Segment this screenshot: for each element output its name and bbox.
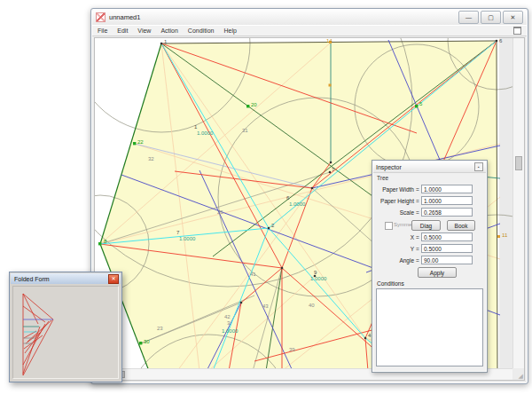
folded-form-window: Folded Form ✕ — [9, 272, 122, 382]
symmetry-row: Symmetry Diag Book — [372, 219, 487, 231]
canvas-label: 6 — [286, 195, 289, 201]
app-icon — [96, 12, 106, 22]
paper-width-label: Paper Width — [372, 186, 414, 193]
canvas-label: 8 — [104, 239, 106, 244]
paper-width-field[interactable]: 1.0000 — [421, 185, 473, 193]
menu-edit[interactable]: Edit — [117, 28, 128, 34]
angle-row: Angle = 90.00 — [372, 255, 487, 265]
canvas-label: 7 — [332, 167, 334, 172]
inspector-window: Inspector ▪ Tree Paper Width = 1.0000 Pa… — [372, 160, 488, 373]
book-button[interactable]: Book — [447, 220, 475, 231]
scale-label: Scale — [372, 209, 414, 216]
menu-file[interactable]: File — [98, 28, 107, 34]
canvas-label: 1.0000 — [289, 201, 305, 207]
diag-button[interactable]: Diag — [411, 220, 441, 231]
canvas-label: 1 — [164, 39, 167, 44]
canvas-label: 30 — [144, 339, 150, 344]
canvas-label: 1.0000 — [197, 130, 213, 136]
scale-row: Scale = 0.2658 — [372, 207, 487, 217]
paper-width-row: Paper Width = 1.0000 — [372, 184, 487, 194]
inspector-title-bar[interactable]: Inspector ▪ — [373, 162, 486, 173]
canvas-label: 40 — [309, 303, 315, 308]
canvas-label: 43 — [262, 303, 269, 309]
y-field[interactable]: 0.5000 — [421, 244, 473, 253]
canvas-label: 26 — [217, 209, 223, 215]
menu-action[interactable]: Action — [160, 28, 177, 34]
vertical-scrollbar-thumb[interactable] — [515, 156, 522, 170]
scale-field[interactable]: 0.2658 — [421, 208, 473, 217]
equals-sign: = — [414, 246, 421, 252]
folded-form-view[interactable] — [12, 286, 119, 379]
equals-sign: = — [414, 234, 421, 240]
paper-height-label: Paper Height — [372, 198, 414, 204]
scrollbar-corner — [512, 368, 524, 380]
symmetry-checkbox[interactable] — [385, 222, 393, 230]
equals-sign: = — [414, 198, 421, 204]
inspector-title: Inspector — [376, 164, 402, 170]
canvas-label: 6 — [499, 38, 502, 43]
angle-label: Angle — [372, 257, 414, 264]
folded-form-red-lines — [23, 294, 53, 375]
canvas-label: 2 — [271, 223, 274, 228]
canvas-label: 1 — [194, 124, 197, 130]
x-row: X = 0.5000 — [372, 232, 487, 242]
y-label: Y — [372, 246, 414, 252]
main-title-bar[interactable]: unnamed1 — ▢ ✕ — [92, 10, 527, 25]
equals-sign: = — [414, 209, 421, 216]
menu-tree[interactable]: Tree — [377, 175, 388, 181]
canvas-label: 7 — [176, 230, 179, 235]
angle-field[interactable]: 90.00 — [421, 256, 473, 264]
apply-button[interactable]: Apply — [418, 267, 457, 278]
folded-form-title-bar[interactable]: Folded Form ✕ — [11, 273, 121, 284]
inspector-menu-bar: Tree — [373, 173, 486, 182]
folded-form-close-button[interactable]: ✕ — [108, 274, 119, 284]
close-button[interactable]: ✕ — [503, 11, 523, 24]
equals-sign: = — [414, 186, 421, 193]
canvas-label: 41 — [250, 272, 256, 277]
canvas-label: 3 — [227, 320, 230, 326]
canvas-label: 23 — [157, 326, 163, 331]
canvas-label: 39 — [289, 347, 295, 352]
x-field[interactable]: 0.5000 — [421, 232, 473, 241]
conditions-list[interactable] — [376, 288, 483, 366]
conditions-label: Conditions — [377, 280, 404, 287]
canvas-label: 32 — [148, 156, 154, 162]
menu-view[interactable]: View — [137, 28, 151, 34]
folded-form-title: Folded Form — [14, 276, 50, 282]
folded-form-svg — [13, 287, 120, 382]
canvas-label: 1.0000 — [310, 276, 326, 281]
canvas-label: 11 — [502, 232, 507, 238]
canvas-label: 9 — [314, 270, 317, 275]
canvas-label: 14 — [326, 38, 332, 43]
canvas-label: 4 — [368, 333, 371, 338]
canvas-label: 1.0000 — [179, 236, 195, 241]
vertical-scrollbar[interactable] — [512, 38, 524, 368]
inspector-close-button[interactable]: ▪ — [474, 162, 483, 171]
maximize-button[interactable]: ▢ — [481, 11, 501, 24]
minimize-button[interactable]: — — [458, 11, 479, 24]
paper-height-row: Paper Height = 1.0000 — [372, 195, 487, 206]
canvas-label: 5 — [419, 101, 422, 106]
canvas-label: 20 — [251, 102, 257, 107]
canvas-label: 42 — [224, 314, 231, 319]
canvas-label: 1.0000 — [222, 328, 238, 334]
canvas-label: 22 — [137, 139, 144, 145]
equals-sign: = — [414, 257, 421, 264]
x-label: X — [372, 234, 414, 240]
y-row: Y = 0.5000 — [372, 243, 487, 254]
child-restore-icon[interactable] — [513, 27, 521, 35]
canvas-label: 31 — [242, 128, 248, 133]
window-title: unnamed1 — [109, 13, 140, 21]
paper-height-field[interactable]: 1.0000 — [421, 196, 473, 205]
window-controls: — ▢ ✕ — [458, 11, 523, 24]
menu-condition[interactable]: Condition — [188, 28, 215, 34]
menu-bar: File Edit View Action Condition Help — [92, 25, 527, 36]
menu-help[interactable]: Help — [223, 28, 236, 34]
